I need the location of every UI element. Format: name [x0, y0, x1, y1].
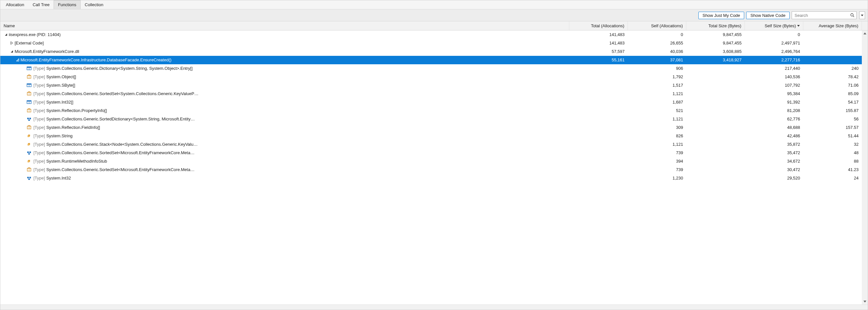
cell-self-alloc: 739 [628, 167, 686, 172]
cell-self-size: 34,672 [745, 159, 803, 164]
expand-icon[interactable] [9, 41, 14, 45]
table-row[interactable]: [Type]System.Int32[]1,68791,39254.17 [0, 98, 868, 106]
cell-self-alloc: 1,121 [628, 116, 686, 122]
row-name-label: System.Collections.Generic.SortedSet<Sys… [46, 91, 198, 96]
table-row[interactable]: [Type]System.Collections.Generic.Diction… [0, 64, 868, 73]
cell-self-size: 91,392 [745, 100, 803, 105]
show-native-code-button[interactable]: Show Native Code [746, 12, 790, 19]
cell-self-alloc: 739 [628, 150, 686, 155]
class-blue-icon [26, 176, 32, 181]
box-icon [26, 91, 32, 96]
table-row[interactable]: [Type]System.String82642,48651.44 [0, 132, 868, 140]
table-row[interactable]: [Type]System.Object[]1,792140,53678.42 [0, 73, 868, 81]
cell-self-alloc: 1,687 [628, 100, 686, 105]
table-row[interactable]: [Type]System.Collections.Generic.SortedS… [0, 166, 868, 174]
col-self-size[interactable]: Self Size (Bytes) [745, 22, 803, 30]
class-icon [26, 159, 32, 164]
cell-self-size: 2,496,764 [745, 49, 803, 54]
table-row[interactable]: [Type]System.Collections.Generic.SortedS… [0, 90, 868, 98]
vertical-scrollbar[interactable] [862, 31, 868, 305]
svg-point-0 [851, 14, 854, 16]
search-icon[interactable] [850, 13, 855, 18]
horizontal-scrollbar[interactable] [0, 305, 868, 310]
table-row[interactable]: [Type]System.SByte[]1,517107,79271.06 [0, 81, 868, 90]
cell-self-size: 140,536 [745, 74, 803, 79]
cell-self-alloc: 906 [628, 66, 686, 71]
cell-self-alloc: 1,121 [628, 142, 686, 147]
svg-line-1 [853, 16, 854, 17]
box-icon [26, 74, 32, 79]
cell-total-alloc: 141,483 [569, 32, 628, 37]
row-name-label: System.Collections.Generic.SortedSet<Mic… [46, 167, 194, 172]
row-name-label: [External Code] [14, 41, 44, 45]
row-name-label: System.Reflection.PropertyInfo[] [46, 108, 106, 113]
type-prefix: [Type] [33, 66, 45, 71]
cell-self-size: 30,472 [745, 167, 803, 172]
name-cell: Microsoft.EntityFrameworkCore.dll [0, 49, 569, 54]
row-name-label: System.Collections.Generic.SortedDiction… [46, 116, 195, 122]
search-options-dropdown[interactable] [859, 11, 865, 19]
row-name-label: System.Int32[] [46, 100, 73, 105]
cell-self-alloc: 0 [628, 32, 686, 37]
table-row[interactable]: [Type]System.Int321,23029,52024 [0, 174, 868, 182]
row-name-label: System.Reflection.FieldInfo[] [46, 125, 100, 130]
col-name[interactable]: Name [0, 22, 569, 30]
tab-calltree[interactable]: Call Tree [28, 0, 54, 9]
table-row[interactable]: Microsoft.EntityFrameworkCore.dll57,5974… [0, 47, 868, 56]
cell-self-size: 35,872 [745, 142, 803, 147]
table-row[interactable]: [Type]System.Collections.Generic.Stack<N… [0, 140, 868, 149]
scroll-up-icon[interactable] [862, 31, 868, 36]
tab-functions[interactable]: Functions [54, 0, 80, 9]
tab-allocation[interactable]: Allocation [2, 0, 28, 9]
collapse-icon[interactable] [15, 58, 20, 62]
cell-self-size: 35,472 [745, 150, 803, 155]
row-name-label: System.Int32 [46, 176, 71, 180]
type-prefix: [Type] [33, 159, 45, 164]
table-row[interactable]: [External Code]141,48326,6559,847,4552,4… [0, 39, 868, 47]
svg-rect-13 [27, 101, 31, 102]
cell-self-size: 95,384 [745, 91, 803, 96]
cell-self-size: 29,520 [745, 176, 803, 180]
grid-body[interactable]: iisexpress.exe (PID: 11404)141,48309,847… [0, 31, 868, 305]
show-my-code-button[interactable]: Show Just My Code [699, 12, 745, 19]
table-row[interactable]: [Type]System.Collections.Generic.SortedS… [0, 149, 868, 157]
search-input[interactable] [795, 13, 850, 18]
box-icon [26, 108, 32, 113]
cell-self-alloc: 1,517 [628, 83, 686, 88]
table-row[interactable]: iisexpress.exe (PID: 11404)141,48309,847… [0, 31, 868, 39]
cell-avg-size: 78.42 [803, 74, 862, 79]
scrollbar-header-spacer [862, 22, 868, 30]
table-row[interactable]: [Type]System.Collections.Generic.SortedD… [0, 115, 868, 123]
col-total-allocations[interactable]: Total (Allocations) [569, 22, 628, 30]
class-blue-icon [26, 116, 32, 122]
collapse-icon[interactable] [4, 32, 8, 37]
table-row[interactable]: [Type]System.Reflection.FieldInfo[]30948… [0, 123, 868, 132]
table-row[interactable]: [Type]System.Reflection.PropertyInfo[]52… [0, 106, 868, 115]
tab-collection[interactable]: Collection [81, 0, 107, 9]
col-self-allocations[interactable]: Self (Allocations) [628, 22, 686, 30]
cell-self-alloc: 521 [628, 108, 686, 113]
cell-self-size: 62,776 [745, 116, 803, 122]
type-prefix: [Type] [33, 142, 45, 147]
table-row[interactable]: [Type]System.RuntimeMethodInfoStub39434,… [0, 157, 868, 166]
scroll-down-icon[interactable] [862, 299, 868, 305]
col-total-size[interactable]: Total Size (Bytes) [686, 22, 745, 30]
col-average-size[interactable]: Average Size (Bytes) [803, 22, 862, 30]
name-cell: [Type]System.Collections.Generic.SortedS… [0, 150, 569, 156]
cell-avg-size: 240 [803, 66, 862, 71]
name-cell: [Type]System.Collections.Generic.SortedD… [0, 116, 569, 122]
search-box[interactable] [792, 11, 857, 19]
name-cell: [Type]System.Reflection.PropertyInfo[] [0, 108, 569, 113]
cell-self-size: 42,486 [745, 133, 803, 138]
type-prefix: [Type] [33, 74, 45, 79]
table-row[interactable]: Microsoft.EntityFrameworkCore.Infrastruc… [0, 56, 868, 64]
cell-self-alloc: 309 [628, 125, 686, 130]
box-icon [26, 125, 32, 130]
collapse-icon[interactable] [9, 49, 14, 54]
cell-avg-size: 157.57 [803, 125, 862, 130]
name-cell: [Type]System.Int32 [0, 176, 569, 181]
cell-avg-size: 56 [803, 116, 862, 122]
svg-rect-8 [27, 84, 31, 85]
svg-rect-17 [27, 118, 29, 119]
cell-self-size: 0 [745, 32, 803, 37]
